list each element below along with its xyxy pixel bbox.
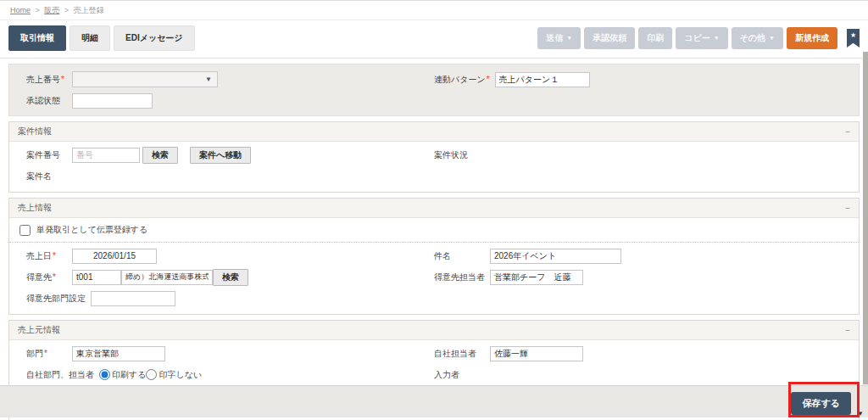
- others-button[interactable]: その他▼: [732, 27, 783, 49]
- radio-no-print-label: 印字しない: [159, 369, 202, 381]
- customer-label-text: 得意先: [26, 272, 52, 282]
- single-transaction-checkbox-label: 単発取引として伝票登録する: [36, 224, 147, 236]
- print-button-label: 印刷: [647, 33, 664, 42]
- copy-button-label: コピー: [684, 33, 709, 42]
- print-setting-label: 自社部門、担当者: [18, 369, 99, 381]
- subject-input[interactable]: [490, 249, 621, 264]
- scrollbar-thumb[interactable]: [863, 52, 868, 384]
- radio-no-print-input[interactable]: [146, 369, 157, 380]
- breadcrumb-sales-link[interactable]: 販売: [44, 6, 59, 14]
- approval-request-button[interactable]: 承認依頼: [584, 27, 635, 49]
- scrollbar[interactable]: [863, 52, 868, 388]
- sales-source-section: 売上元情報 − 部門* 自社担当者 自社部門、担当者 印刷する: [8, 320, 860, 391]
- sales-number-select[interactable]: ▼: [72, 71, 218, 87]
- own-rep-label: 自社担当者: [434, 348, 490, 360]
- input-person-label: 入力者: [434, 369, 490, 381]
- breadcrumb-separator: >: [36, 6, 40, 14]
- collapse-section-icon[interactable]: −: [845, 204, 850, 213]
- approval-request-label: 承認依頼: [593, 33, 626, 42]
- sales-info-section-title: 売上情報: [18, 202, 52, 214]
- main-content: 売上番号* ▼ 連動パターン* 承認状態 案件情報 − 案件番号: [0, 64, 868, 420]
- customer-rep-label: 得意先担当者: [434, 272, 490, 283]
- sales-number-label: 売上番号*: [18, 74, 72, 86]
- document-header-panel: 売上番号* ▼ 連動パターン* 承認状態: [8, 64, 860, 116]
- bookmark-ribbon-icon[interactable]: ★: [847, 29, 860, 48]
- radio-no-print-option[interactable]: 印字しない: [146, 369, 202, 381]
- own-rep-input[interactable]: [490, 346, 583, 361]
- chevron-down-icon: ▼: [205, 76, 212, 83]
- department-label: 部門*: [18, 348, 72, 360]
- sales-info-section: 売上情報 − 単発取引として伝票登録する 売上日* 件名 得意先*: [8, 198, 860, 315]
- scroll-down-icon: ▼: [857, 410, 864, 417]
- customer-dept-input[interactable]: [91, 291, 175, 306]
- customer-code-input[interactable]: [72, 270, 121, 285]
- star-icon: ★: [850, 31, 856, 39]
- sales-number-label-text: 売上番号: [26, 75, 60, 84]
- breadcrumb-home-link[interactable]: Home: [10, 6, 31, 14]
- goto-case-button[interactable]: 案件へ移動: [190, 147, 251, 164]
- radio-print-label: 印刷する: [112, 369, 146, 381]
- case-number-label: 案件番号: [18, 149, 72, 161]
- approval-status-label: 承認状態: [18, 95, 72, 107]
- case-info-section-title: 案件情報: [18, 126, 52, 137]
- breadcrumb-current: 売上登録: [74, 6, 104, 14]
- link-pattern-label: 連動パターン*: [434, 74, 495, 86]
- sales-date-input[interactable]: [72, 249, 157, 264]
- required-mark: *: [53, 272, 56, 282]
- sales-date-label: 売上日*: [18, 250, 72, 262]
- chevron-down-icon: ▼: [714, 35, 720, 41]
- create-new-label: 新規作成: [795, 33, 829, 42]
- send-button[interactable]: 送信▼: [537, 27, 581, 49]
- department-input[interactable]: [72, 346, 165, 361]
- approval-status-input[interactable]: [72, 93, 153, 109]
- link-pattern-input[interactable]: [495, 72, 590, 87]
- case-search-button[interactable]: 検索: [142, 147, 178, 164]
- case-number-input[interactable]: [72, 148, 140, 163]
- tab-line-details[interactable]: 明細: [70, 25, 110, 51]
- customer-label: 得意先*: [18, 272, 72, 283]
- subject-label: 件名: [434, 250, 490, 262]
- create-new-button[interactable]: 新規作成: [787, 27, 837, 49]
- department-label-text: 部門: [26, 349, 43, 358]
- customer-rep-input[interactable]: [490, 270, 583, 285]
- sales-source-section-title: 売上元情報: [18, 324, 60, 336]
- footer-bar: 保存する: [0, 385, 868, 417]
- tab-transaction-info[interactable]: 取引情報: [8, 25, 66, 51]
- required-mark: *: [53, 251, 56, 260]
- required-mark: *: [44, 349, 47, 358]
- link-pattern-label-text: 連動パターン: [434, 75, 486, 84]
- required-mark: *: [487, 75, 490, 84]
- collapse-section-icon[interactable]: −: [845, 326, 850, 335]
- sales-date-label-text: 売上日: [26, 251, 52, 260]
- save-button[interactable]: 保存する: [791, 392, 851, 415]
- tab-toolbar-row: 取引情報 明細 EDIメッセージ 送信▼ 承認依頼 印刷 コピー▼ その他▼ 新…: [0, 20, 868, 59]
- chevron-down-icon: ▼: [566, 35, 572, 41]
- others-button-label: その他: [740, 33, 765, 42]
- breadcrumb-separator: >: [64, 6, 69, 14]
- case-name-label: 案件名: [18, 171, 72, 182]
- chevron-down-icon: ▼: [769, 35, 775, 41]
- breadcrumb: Home > 販売 > 売上登録: [0, 1, 868, 20]
- case-status-label: 案件状況: [434, 149, 490, 161]
- case-info-section: 案件情報 − 案件番号 検索 案件へ移動 案件状況 案件名: [8, 121, 860, 193]
- toolbar: 送信▼ 承認依頼 印刷 コピー▼ その他▼ 新規作成 ★: [537, 27, 860, 49]
- send-button-label: 送信: [546, 33, 563, 42]
- customer-dept-label: 得意先部門設定: [18, 293, 91, 305]
- radio-print-input[interactable]: [99, 369, 110, 380]
- copy-button[interactable]: コピー▼: [676, 27, 727, 49]
- collapse-section-icon[interactable]: −: [845, 127, 850, 137]
- single-transaction-checkbox[interactable]: [19, 225, 31, 236]
- customer-search-button[interactable]: 検索: [213, 269, 248, 286]
- customer-name-input[interactable]: [121, 270, 213, 285]
- required-mark: *: [61, 75, 64, 84]
- radio-print-option[interactable]: 印刷する: [99, 369, 146, 381]
- tab-edi-message[interactable]: EDIメッセージ: [114, 25, 195, 51]
- print-button[interactable]: 印刷: [638, 27, 672, 49]
